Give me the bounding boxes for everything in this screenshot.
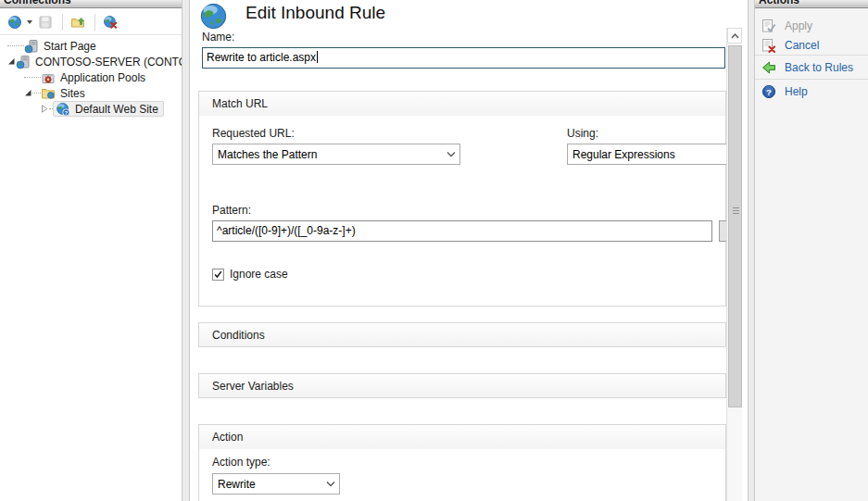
toolbar-separator [94,14,95,31]
connections-toolbar [0,10,182,35]
connections-tree: Start Page CONTOSO-SERVER (CONTOS [0,38,182,117]
url-rewrite-globe-icon [199,2,228,31]
action-header[interactable]: Action [199,425,725,449]
vertical-scrollbar[interactable] [726,28,742,501]
expander-expanded-icon[interactable] [24,89,32,97]
left-panel-splitter[interactable] [182,0,190,501]
tree-item-start-page[interactable]: Start Page [0,38,182,54]
tree-item-label: Default Web Site [72,103,161,116]
using-select[interactable]: Regular Expressions [567,144,726,165]
back-to-rules-label: Back to Rules [785,61,853,74]
scrollbar-grip-icon [733,207,739,208]
right-panel-splitter[interactable] [748,0,755,501]
server-variables-header[interactable]: Server Variables [199,374,725,397]
help-icon: ? [761,84,776,99]
actions-title: Actions [755,0,868,6]
tree-dotted-line [24,77,41,78]
save-connections-icon [38,15,53,30]
back-arrow-icon [761,60,776,75]
tree-item-label: Sites [57,87,88,100]
disconnect-icon [103,15,118,30]
tree-item-application-pools[interactable]: Application Pools [0,69,182,85]
scroll-up-arrow-icon [731,33,739,39]
connections-header: Connections [0,0,182,8]
edit-inbound-rule-page: Edit Inbound Rule Name: Rewrite to artic… [190,0,748,501]
cancel-label: Cancel [785,39,819,52]
cancel-icon [761,38,776,53]
pattern-input[interactable]: ^article/([0-9]+)/([_0-9a-z-]+) [212,220,712,242]
actions-panel: Actions Apply Cancel Back to Rules ? [755,0,868,501]
folder-up-icon [70,15,85,30]
action-title: Action [212,431,243,444]
tree-item-sites[interactable]: Sites [0,85,182,101]
up-folder-button[interactable] [68,13,90,31]
server-page-icon [24,39,39,54]
svg-text:?: ? [65,109,69,115]
back-to-rules-button[interactable]: Back to Rules [761,59,853,75]
help-label: Help [785,85,808,98]
application-pools-icon [41,70,56,85]
conditions-header[interactable]: Conditions [199,323,725,346]
tree-item-default-web-site[interactable]: ? Default Web Site [0,101,182,117]
selected-tree-item: ? Default Web Site [53,101,164,117]
toolbar-separator [62,14,63,31]
requested-url-select[interactable]: Matches the Pattern [212,144,460,165]
connection-dropdown-caret-icon [27,20,32,24]
tree-item-server[interactable]: CONTOSO-SERVER (CONTOS [0,54,182,69]
svg-text:?: ? [766,86,772,96]
text-caret [317,51,318,63]
scrollbar-thumb[interactable] [728,45,742,407]
match-url-header[interactable]: Match URL [199,92,725,116]
scrollbar-grip-icon [733,213,739,214]
scrollbar-grip-icon [733,210,739,211]
pattern-input-value: ^article/([0-9]+)/([_0-9a-z-]+) [217,224,356,237]
name-input-value: Rewrite to article.aspx [207,51,316,64]
create-connection-button[interactable] [5,13,35,31]
tree-item-label: Application Pools [57,71,148,84]
tree-dotted-line [7,45,24,46]
ignore-case-checkbox[interactable] [212,269,224,281]
name-input[interactable]: Rewrite to article.aspx [202,47,725,69]
help-button[interactable]: ? Help [761,83,808,99]
checkmark-icon [213,269,223,280]
page-title: Edit Inbound Rule [245,3,385,23]
save-connections-button[interactable] [35,13,57,31]
cancel-button[interactable]: Cancel [761,37,819,53]
actions-separator [755,55,868,56]
using-label: Using: [567,127,598,140]
actions-header: Actions [755,0,868,8]
match-url-title: Match URL [212,97,268,110]
action-type-value: Rewrite [218,478,256,491]
tree-item-label: CONTOSO-SERVER (CONTOS [32,56,182,69]
apply-icon [761,19,776,33]
using-value: Regular Expressions [572,148,675,161]
conditions-section: Conditions [198,322,726,347]
ignore-case-row: Ignore case [212,268,288,281]
scrollbar-up-button[interactable] [727,28,742,44]
action-type-select[interactable]: Rewrite [212,473,340,495]
chevron-down-icon [443,151,459,157]
expander-collapsed-icon[interactable] [41,105,49,113]
test-pattern-button[interactable] [719,220,726,242]
ignore-case-label: Ignore case [230,268,288,281]
name-label: Name: [202,31,234,44]
chevron-down-icon [322,481,339,487]
server-icon [16,55,31,69]
connections-title: Connections [0,0,182,6]
actions-separator [755,79,868,80]
server-variables-section: Server Variables [198,373,726,398]
pattern-label: Pattern: [212,204,251,217]
requested-url-label: Requested URL: [212,127,295,140]
apply-button[interactable]: Apply [761,18,812,33]
action-type-label: Action type: [212,456,270,469]
expander-expanded-icon[interactable] [7,57,16,66]
connections-panel: Connections [0,0,182,501]
requested-url-value: Matches the Pattern [218,148,317,161]
apply-label: Apply [785,19,812,32]
match-url-section: Match URL Requested URL: Matches the Pat… [198,91,726,307]
disconnect-button[interactable] [100,13,122,31]
web-site-globe-icon: ? [56,102,70,117]
tree-item-label: Start Page [41,40,99,53]
sites-folder-icon [41,86,56,101]
conditions-title: Conditions [212,329,265,342]
